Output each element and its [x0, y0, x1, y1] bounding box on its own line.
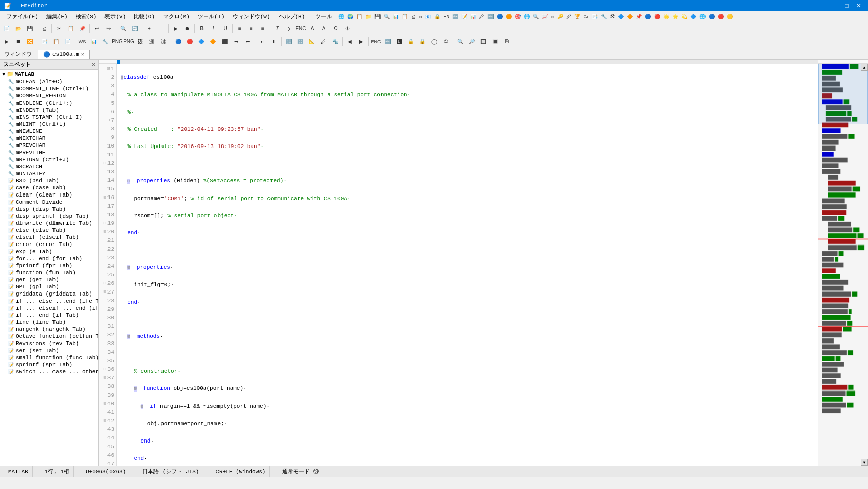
snippet-item-dispsprintf[interactable]: 📝 disp sprintf (dsp Tab): [0, 213, 98, 220]
tb2-1[interactable]: ▶: [1, 36, 12, 47]
tb-misc6[interactable]: Ω: [330, 23, 341, 34]
snippet-item-for[interactable]: 📝 for... end (for Tab): [0, 255, 98, 262]
tb2-36[interactable]: 🔍: [455, 36, 466, 47]
tb2-21[interactable]: ⏯: [257, 36, 268, 47]
tb-undo[interactable]: ↩: [91, 23, 102, 34]
snippet-item-if[interactable]: 📝 if ... end (if Tab): [0, 312, 98, 319]
tb-underline[interactable]: U: [220, 23, 231, 34]
snippet-item-mcommentline[interactable]: 🔧 mCOMMENT_LINE (Ctrl+T): [0, 85, 98, 92]
snippet-item-revisions[interactable]: 📝 Revisions (rev Tab): [0, 340, 98, 347]
snippet-item-mnextchar[interactable]: 🔧 mNEXTCHAR: [0, 135, 98, 142]
tb-macro2[interactable]: ⏺: [182, 23, 193, 34]
menu-edit[interactable]: 編集(E): [42, 12, 72, 21]
tb2-2[interactable]: ⏹: [13, 36, 24, 47]
tb-misc4[interactable]: A: [307, 23, 318, 34]
tb-misc5[interactable]: A: [318, 23, 330, 34]
tb2-30[interactable]: 🔤: [382, 36, 393, 47]
menu-file[interactable]: ファイル(F): [2, 12, 42, 21]
tb-misc3[interactable]: ENC: [295, 23, 306, 34]
snippet-item-exp[interactable]: 📝 exp (e Tab): [0, 248, 98, 255]
menu-tools[interactable]: ツール(T): [194, 12, 229, 21]
tb2-18[interactable]: ⬛: [219, 36, 230, 47]
tb2-5[interactable]: 📋: [50, 36, 62, 47]
minimap-scroll-up[interactable]: ▲: [861, 64, 868, 71]
menu-search[interactable]: 検索(S): [72, 12, 101, 21]
snippet-item-ifelse[interactable]: 📝 if ... else ...end (ife Tab): [0, 298, 98, 305]
minimize-button[interactable]: —: [830, 2, 840, 10]
tb2-26[interactable]: 🖊: [318, 36, 329, 47]
tb2-31[interactable]: 🅱: [394, 36, 405, 47]
snippet-item-nargchk[interactable]: 📝 nargchk (nargchk Tab): [0, 326, 98, 333]
snippet-item-mcommentregion[interactable]: 🔧 mCOMMENT_REGION: [0, 92, 98, 100]
snippet-item-error[interactable]: 📝 error (error Tab): [0, 241, 98, 248]
snippet-item-mendline[interactable]: 🔧 mENDLINE (Ctrl+;): [0, 100, 98, 107]
tb2-20[interactable]: ⬅: [242, 36, 253, 47]
tb-save[interactable]: 💾: [24, 23, 35, 34]
snippet-item-ifelseif[interactable]: 📝 if ... elseif ... end (ifeif Tab): [0, 305, 98, 312]
snippet-item-sprintf[interactable]: 📝 sprintf (spr Tab): [0, 361, 98, 368]
snippet-item-dlmwrite[interactable]: 📝 dlmwrite (dlmwrite Tab): [0, 220, 98, 227]
tb2-9[interactable]: PNG: [112, 36, 123, 47]
menu-help[interactable]: ヘルプ(H): [275, 12, 309, 21]
tb2-6[interactable]: 📄: [62, 36, 73, 47]
snippet-item-function[interactable]: 📝 function (fun Tab): [0, 269, 98, 276]
tb2-38[interactable]: 🔲: [478, 36, 489, 47]
tab-close-icon[interactable]: ✕: [81, 51, 84, 57]
tb-zoom-out[interactable]: -: [155, 23, 167, 34]
tb2-17[interactable]: 🔶: [207, 36, 219, 47]
tb-misc7[interactable]: ①: [342, 23, 353, 34]
tb2-39[interactable]: 🔳: [490, 36, 501, 47]
snippet-item-mins-tstamp[interactable]: 🔧 mINS_TSTAMP (Ctrl+I): [0, 114, 98, 121]
tb2-8[interactable]: 🔧: [100, 36, 111, 47]
tb2-4[interactable]: 📑: [39, 36, 50, 47]
tb-italic[interactable]: I: [208, 23, 219, 34]
tb-bold[interactable]: B: [196, 23, 207, 34]
snippet-item-mnewline[interactable]: 🔧 mNEWLINE: [0, 128, 98, 135]
snippet-item-mindent[interactable]: 🔧 mINDENT (Tab): [0, 107, 98, 114]
tb2-16[interactable]: 🔷: [196, 36, 207, 47]
tb-cut[interactable]: ✂: [53, 23, 65, 34]
maximize-button[interactable]: □: [842, 2, 852, 10]
tb2-3[interactable]: 🔀: [24, 36, 35, 47]
snippet-item-mreturn[interactable]: 🔧 mRETURN (Ctrl+J): [0, 156, 98, 163]
tb2-11[interactable]: 🖼: [135, 36, 146, 47]
snippet-item-disp[interactable]: 📝 disp (disp Tab): [0, 206, 98, 213]
tb-misc2[interactable]: ∑: [284, 23, 295, 34]
tb2-37[interactable]: 🔎: [466, 36, 477, 47]
snippet-item-commentdivide[interactable]: 📝 Comment Divide: [0, 199, 98, 206]
tb-align-left[interactable]: ≡: [234, 23, 245, 34]
tree-root-matlab[interactable]: ▼ 📁 MATLAB: [0, 70, 98, 78]
tb2-33[interactable]: 🔓: [417, 36, 428, 47]
code-editor[interactable]: ⊟classdef cs100a % a class to manipulate…: [117, 64, 818, 466]
tb2-12[interactable]: 涯: [146, 36, 157, 47]
snippet-item-case[interactable]: 📝 case (case Tab): [0, 184, 98, 191]
snippet-item-mclean[interactable]: 🔧 mCLEAN (Alt+C): [0, 78, 98, 85]
close-button[interactable]: ✕: [854, 2, 864, 10]
tb-open[interactable]: 📂: [13, 23, 24, 34]
snippet-item-mprevchar[interactable]: 🔧 mPREVCHAR: [0, 142, 98, 149]
tb2-29[interactable]: ▶: [356, 36, 367, 47]
tb-paste[interactable]: 📌: [77, 23, 88, 34]
tb2-40[interactable]: 🖹: [501, 36, 512, 47]
snippet-item-griddata[interactable]: 📝 griddata (griddata Tab): [0, 290, 98, 298]
tb-new[interactable]: 📄: [1, 23, 12, 34]
snippet-close-button[interactable]: ✕: [92, 61, 95, 68]
menu-window[interactable]: ウィンドウ(W): [229, 12, 275, 21]
tb2-35[interactable]: ①: [440, 36, 451, 47]
tb2-7[interactable]: 📊: [88, 36, 99, 47]
minimap-scroll-down[interactable]: ▼: [861, 459, 868, 466]
tb-misc1[interactable]: Σ: [272, 23, 283, 34]
snippet-item-elseif[interactable]: 📝 elseif (elseif Tab): [0, 234, 98, 241]
menu-view[interactable]: 表示(V): [100, 12, 130, 21]
tab-cs100a[interactable]: 🔵 cs100a.m ✕: [38, 50, 90, 59]
tb-find[interactable]: 🔍: [118, 23, 129, 34]
tb2-19[interactable]: ➡: [231, 36, 242, 47]
tb-redo[interactable]: ↪: [103, 23, 114, 34]
tb2-enc[interactable]: ENC: [370, 36, 382, 47]
snippet-item-fprintf[interactable]: 📝 fprintf (fpr Tab): [0, 262, 98, 269]
snippet-item-mmlint[interactable]: 🔧 mMLINT (Ctrl+L): [0, 121, 98, 128]
tb2-22[interactable]: ⏸: [268, 36, 280, 47]
snippet-item-line[interactable]: 📝 line (line Tab): [0, 319, 98, 326]
tb-replace[interactable]: 🔄: [129, 23, 140, 34]
snippet-item-set[interactable]: 📝 set (set Tab): [0, 347, 98, 354]
